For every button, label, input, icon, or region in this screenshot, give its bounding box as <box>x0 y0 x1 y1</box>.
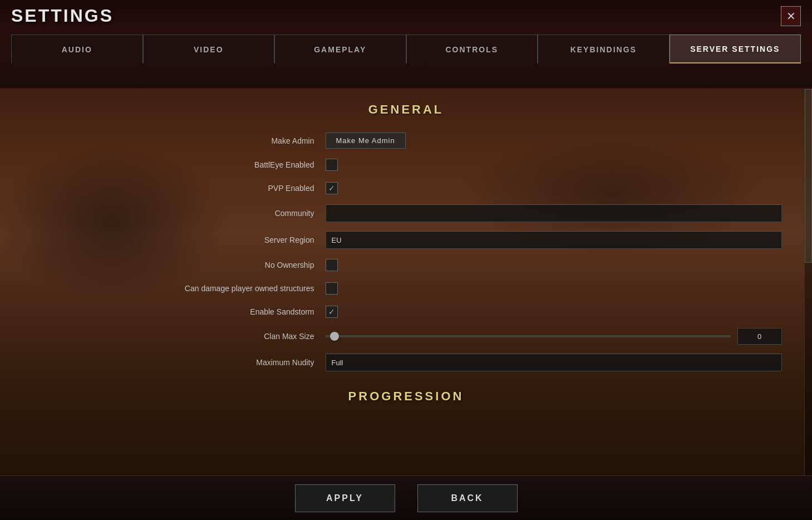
tab-audio[interactable]: AUDIO <box>11 35 143 63</box>
server-region-control <box>326 227 782 253</box>
back-button[interactable]: BACK <box>417 484 518 512</box>
section-progression-title: PROGRESSION <box>33 376 779 415</box>
clan-max-size-value: 0 <box>737 328 782 345</box>
pvp-label: PVP Enabled <box>58 176 326 200</box>
tab-keybindings[interactable]: KEYBINDINGS <box>538 35 670 63</box>
no-ownership-label: No Ownership <box>58 253 326 277</box>
pvp-checkbox[interactable] <box>326 182 338 194</box>
make-admin-button[interactable]: Make Me Admin <box>326 133 406 149</box>
apply-button[interactable]: APPLY <box>295 484 395 512</box>
tab-server-settings[interactable]: SERVER SETTINGS <box>670 35 801 63</box>
sandstorm-checkbox[interactable] <box>326 306 338 318</box>
server-region-input[interactable] <box>326 231 782 249</box>
scroll-spacer <box>33 415 779 459</box>
make-admin-label: Make Admin <box>58 128 326 153</box>
close-button[interactable]: ✕ <box>781 6 801 26</box>
tab-controls[interactable]: CONTROLS <box>406 35 538 63</box>
battleye-checkbox[interactable] <box>326 159 338 171</box>
general-settings-grid: Make Admin Make Me Admin BattlEye Enable… <box>58 128 754 376</box>
no-ownership-checkbox[interactable] <box>326 259 338 271</box>
tab-gameplay[interactable]: GAMEPLAY <box>274 35 406 63</box>
clan-max-size-label: Clan Max Size <box>58 323 326 349</box>
can-damage-control <box>326 277 782 300</box>
page-title: SETTINGS <box>11 6 114 26</box>
community-control <box>326 200 782 227</box>
clan-max-size-control: 0 <box>326 323 782 349</box>
can-damage-label: Can damage player owned structures <box>58 277 326 300</box>
sandstorm-label: Enable Sandstorm <box>58 300 326 323</box>
clan-max-size-slider-track[interactable] <box>326 335 731 337</box>
main-content[interactable]: GENERAL Make Admin Make Me Admin BattlEy… <box>0 89 812 475</box>
clan-max-size-slider-thumb[interactable] <box>330 332 339 341</box>
can-damage-checkbox[interactable] <box>326 282 338 295</box>
maximum-nudity-input[interactable] <box>326 354 782 371</box>
community-input[interactable] <box>326 204 782 222</box>
app: SETTINGS ✕ AUDIO VIDEO GAMEPLAY CONTROLS… <box>0 0 812 520</box>
battleye-control <box>326 153 782 176</box>
footer: APPLY BACK <box>0 475 812 520</box>
scrollbar[interactable] <box>804 89 812 475</box>
no-ownership-control <box>326 253 782 277</box>
server-region-label: Server Region <box>58 227 326 253</box>
tabs-bar: AUDIO VIDEO GAMEPLAY CONTROLS KEYBINDING… <box>11 35 801 63</box>
community-label: Community <box>58 200 326 227</box>
section-general-title: GENERAL <box>33 89 779 128</box>
sandstorm-control <box>326 300 782 323</box>
make-admin-control: Make Me Admin <box>326 128 782 153</box>
maximum-nudity-label: Maximum Nudity <box>58 349 326 376</box>
pvp-control <box>326 176 782 200</box>
maximum-nudity-control <box>326 349 782 376</box>
scrollbar-thumb[interactable] <box>805 89 812 263</box>
clan-max-size-slider-container: 0 <box>326 328 782 345</box>
header: SETTINGS ✕ AUDIO VIDEO GAMEPLAY CONTROLS… <box>0 0 812 89</box>
header-top: SETTINGS ✕ <box>11 6 801 32</box>
tab-video[interactable]: VIDEO <box>143 35 275 63</box>
battleye-label: BattlEye Enabled <box>58 153 326 176</box>
